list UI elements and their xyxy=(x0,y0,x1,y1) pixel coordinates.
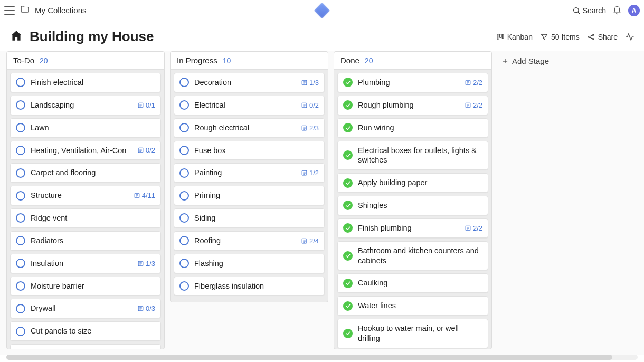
status-todo-icon[interactable] xyxy=(16,281,25,291)
status-done-icon[interactable] xyxy=(343,100,353,110)
card[interactable]: Structure4/11 xyxy=(10,186,161,205)
add-stage-label: Add Stage xyxy=(512,56,549,65)
status-done-icon[interactable] xyxy=(343,301,353,311)
status-todo-icon[interactable] xyxy=(16,327,25,336)
card[interactable]: Moisture barrier xyxy=(10,277,161,296)
status-done-icon[interactable] xyxy=(343,78,353,87)
card[interactable]: Roofing2/4 xyxy=(174,231,325,251)
card-title: Shingles xyxy=(358,201,482,211)
card[interactable]: Finish electrical xyxy=(10,73,161,92)
card[interactable]: Fuse box xyxy=(174,141,325,160)
status-done-icon[interactable] xyxy=(343,201,353,210)
status-done-icon[interactable] xyxy=(343,178,353,188)
menu-icon[interactable] xyxy=(4,6,15,15)
card[interactable]: Hookup to water main, or well drilling xyxy=(337,319,488,348)
app-logo[interactable] xyxy=(314,2,330,18)
column-header[interactable]: In Progress10 xyxy=(171,52,328,70)
scrollbar-thumb[interactable] xyxy=(6,355,612,360)
card[interactable]: Lawn xyxy=(10,118,161,138)
breadcrumb[interactable]: My Collections xyxy=(35,6,87,15)
card[interactable]: Nail panels xyxy=(10,344,161,349)
card[interactable]: Insulation1/3 xyxy=(10,254,161,273)
status-todo-icon[interactable] xyxy=(16,236,25,245)
status-todo-icon[interactable] xyxy=(16,123,25,132)
status-done-icon[interactable] xyxy=(343,123,353,132)
card[interactable]: Cut panels to size xyxy=(10,321,161,341)
card[interactable]: Priming xyxy=(174,186,325,205)
status-todo-icon[interactable] xyxy=(179,236,189,245)
card[interactable]: Landscaping0/1 xyxy=(10,96,161,115)
card[interactable]: Run wiring xyxy=(337,118,488,138)
status-todo-icon[interactable] xyxy=(16,78,25,87)
status-todo-icon[interactable] xyxy=(16,259,25,268)
status-todo-icon[interactable] xyxy=(16,168,25,178)
activity-icon[interactable] xyxy=(625,32,634,42)
column-body[interactable]: Finish electricalLandscaping0/1LawnHeati… xyxy=(7,70,164,349)
column-header[interactable]: To-Do20 xyxy=(7,52,164,70)
status-todo-icon[interactable] xyxy=(179,168,189,178)
status-done-icon[interactable] xyxy=(343,150,353,160)
card[interactable]: Rough electrical2/3 xyxy=(174,118,325,138)
card-title: Radiators xyxy=(31,236,155,246)
card[interactable]: Flashing xyxy=(174,254,325,273)
view-kanban-button[interactable]: Kanban xyxy=(496,33,533,41)
status-todo-icon[interactable] xyxy=(179,123,189,132)
card-title: Carpet and flooring xyxy=(31,168,155,178)
status-todo-icon[interactable] xyxy=(179,191,189,201)
column-body[interactable]: Plumbing2/2Rough plumbing2/2Run wiringEl… xyxy=(334,70,491,349)
column-title: In Progress xyxy=(177,56,217,65)
card[interactable]: Fiberglass insulation xyxy=(174,277,325,296)
share-button[interactable]: Share xyxy=(587,33,618,41)
search-button[interactable]: Search xyxy=(572,6,606,15)
status-done-icon[interactable] xyxy=(343,329,353,338)
card[interactable]: Decoration1/3 xyxy=(174,73,325,92)
status-todo-icon[interactable] xyxy=(179,213,189,223)
page-title: Building my House xyxy=(30,28,154,45)
status-todo-icon[interactable] xyxy=(16,213,25,223)
card[interactable]: Electrical boxes for outlets, lights & s… xyxy=(337,141,488,170)
card[interactable]: Finish plumbing2/2 xyxy=(337,218,488,238)
card[interactable]: Siding xyxy=(174,208,325,228)
card[interactable]: Electrical0/2 xyxy=(174,96,325,115)
status-todo-icon[interactable] xyxy=(179,146,189,155)
status-todo-icon[interactable] xyxy=(179,259,189,268)
status-done-icon[interactable] xyxy=(343,223,353,233)
checklist-badge: 2/3 xyxy=(301,124,319,132)
checklist-count: 1/2 xyxy=(309,169,319,177)
svg-point-0 xyxy=(573,7,578,12)
card[interactable]: Apply building paper xyxy=(337,173,488,193)
horizontal-scrollbar[interactable] xyxy=(6,355,638,360)
card[interactable]: Painting1/2 xyxy=(174,163,325,183)
status-todo-icon[interactable] xyxy=(179,100,189,110)
avatar[interactable]: A xyxy=(628,5,640,16)
card[interactable]: Water lines xyxy=(337,296,488,316)
status-todo-icon[interactable] xyxy=(16,304,25,313)
card[interactable]: Radiators xyxy=(10,231,161,251)
card[interactable]: Drywall0/3 xyxy=(10,299,161,318)
card-title: Siding xyxy=(194,213,319,223)
status-todo-icon[interactable] xyxy=(179,78,189,87)
add-stage-button[interactable]: Add Stage xyxy=(497,51,644,71)
status-todo-icon[interactable] xyxy=(16,100,25,110)
card[interactable]: Heating, Ventilation, Air-Con0/2 xyxy=(10,141,161,160)
status-todo-icon[interactable] xyxy=(179,281,189,291)
card[interactable]: Caulking xyxy=(337,273,488,293)
card-title: Lawn xyxy=(31,123,155,133)
card[interactable]: Rough plumbing2/2 xyxy=(337,96,488,115)
column-header[interactable]: Done20 xyxy=(334,52,491,70)
card[interactable]: Ridge vent xyxy=(10,208,161,228)
status-done-icon[interactable] xyxy=(343,279,353,288)
checklist-badge: 0/2 xyxy=(137,146,155,154)
filter-items-button[interactable]: 50 Items xyxy=(540,33,580,41)
card-title: Bathroom and kitchen counters and cabine… xyxy=(358,246,482,266)
card[interactable]: Plumbing2/2 xyxy=(337,73,488,92)
notifications-icon[interactable] xyxy=(612,6,622,15)
status-todo-icon[interactable] xyxy=(16,146,25,155)
card[interactable]: Bathroom and kitchen counters and cabine… xyxy=(337,241,488,271)
card[interactable]: Carpet and flooring xyxy=(10,163,161,183)
column-body[interactable]: Decoration1/3Electrical0/2Rough electric… xyxy=(171,70,328,302)
status-done-icon[interactable] xyxy=(343,251,353,261)
card[interactable]: Shingles xyxy=(337,196,488,215)
board-scroll[interactable]: To-Do20Finish electricalLandscaping0/1La… xyxy=(0,51,644,355)
status-todo-icon[interactable] xyxy=(16,191,25,201)
